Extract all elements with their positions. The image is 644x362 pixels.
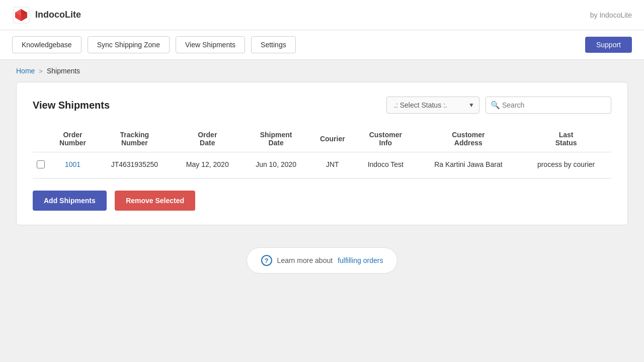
- action-buttons: Add Shipments Remove Selected: [33, 178, 611, 211]
- knowledgebase-button[interactable]: Knowledgebase: [12, 36, 82, 53]
- cell-tracking-number: JT4631935250: [97, 152, 173, 178]
- card-header: View Shipments .: Select Status :. Pendi…: [33, 97, 611, 114]
- row-checkbox-cell[interactable]: [33, 152, 49, 178]
- add-shipments-button[interactable]: Add Shipments: [33, 191, 107, 211]
- col-order-date: OrderDate: [173, 126, 243, 152]
- remove-selected-button[interactable]: Remove Selected: [115, 191, 195, 211]
- cell-shipment-date: Jun 10, 2020: [243, 152, 310, 178]
- cell-courier: JNT: [309, 152, 355, 178]
- footer-info-box: ? Learn more about fulfilling orders: [247, 247, 398, 274]
- breadcrumb-home[interactable]: Home: [16, 67, 35, 75]
- cell-last-status: process by courier: [521, 152, 611, 178]
- main-card: View Shipments .: Select Status :. Pendi…: [16, 82, 628, 225]
- breadcrumb-separator: >: [39, 67, 43, 75]
- card-title: View Shipments: [33, 100, 110, 111]
- byline: by IndocoLite: [590, 11, 632, 19]
- navbar: Knowledgebase Sync Shipping Zone View Sh…: [0, 30, 644, 60]
- app-name: IndocoLite: [35, 10, 81, 20]
- search-wrapper: 🔍: [486, 97, 611, 114]
- row-checkbox[interactable]: [37, 160, 45, 168]
- settings-button[interactable]: Settings: [251, 36, 296, 53]
- sync-shipping-zone-button[interactable]: Sync Shipping Zone: [88, 36, 170, 53]
- view-shipments-button[interactable]: View Shipments: [176, 36, 245, 53]
- breadcrumb-current: Shipments: [47, 67, 80, 75]
- footer-info: ? Learn more about fulfilling orders: [0, 237, 644, 284]
- cell-order-date: May 12, 2020: [173, 152, 243, 178]
- logo-icon: [12, 6, 30, 24]
- col-courier: Courier: [309, 126, 355, 152]
- table-row: 1001 JT4631935250 May 12, 2020 Jun 10, 2…: [33, 152, 611, 178]
- logo-area: IndocoLite: [12, 6, 81, 24]
- support-button[interactable]: Support: [585, 37, 632, 53]
- cell-customer-address: Ra Kartini Jawa Barat: [416, 152, 521, 178]
- learn-more-text: Learn more about: [277, 256, 333, 264]
- select-status-wrapper[interactable]: .: Select Status :. Pending Processing S…: [386, 97, 479, 114]
- header: IndocoLite by IndocoLite: [0, 0, 644, 30]
- col-last-status: LastStatus: [521, 126, 611, 152]
- shipments-table: OrderNumber TrackingNumber OrderDate Shi…: [33, 126, 611, 178]
- checkbox-header: [33, 126, 49, 152]
- col-shipment-date: ShipmentDate: [243, 126, 310, 152]
- breadcrumb: Home > Shipments: [0, 60, 644, 82]
- cell-customer-info: Indoco Test: [355, 152, 416, 178]
- col-tracking-number: TrackingNumber: [97, 126, 173, 152]
- table-header-row: OrderNumber TrackingNumber OrderDate Shi…: [33, 126, 611, 152]
- fulfilling-orders-link[interactable]: fulfilling orders: [338, 256, 383, 264]
- col-customer-info: CustomerInfo: [355, 126, 416, 152]
- search-icon: 🔍: [491, 101, 500, 110]
- col-order-number: OrderNumber: [49, 126, 97, 152]
- select-status[interactable]: .: Select Status :. Pending Processing S…: [386, 97, 479, 114]
- order-number-link[interactable]: 1001: [65, 160, 80, 168]
- col-customer-address: CustomerAddress: [416, 126, 521, 152]
- card-controls: .: Select Status :. Pending Processing S…: [386, 97, 611, 114]
- info-icon: ?: [261, 255, 272, 266]
- search-input[interactable]: [486, 97, 611, 114]
- cell-order-number: 1001: [49, 152, 97, 178]
